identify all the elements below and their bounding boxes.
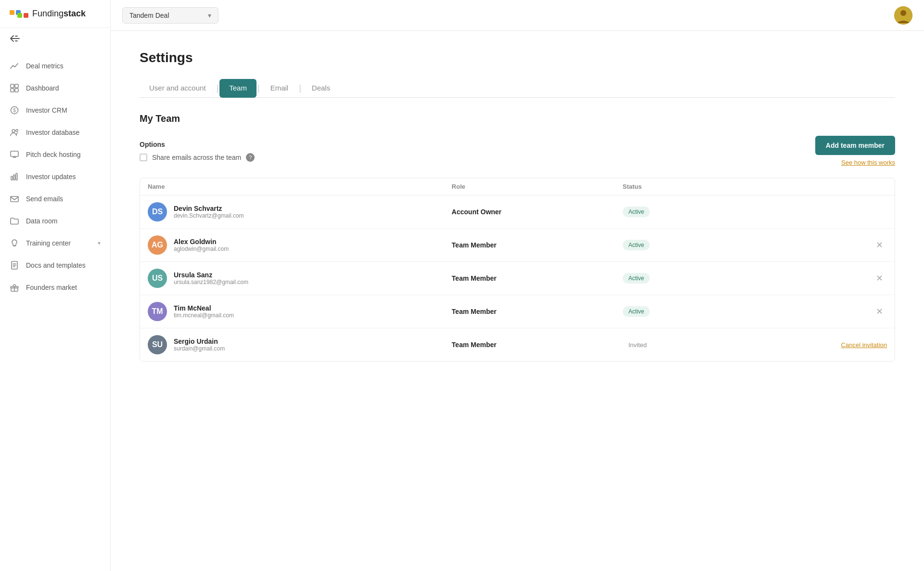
sidebar-item-docs-templates[interactable]: Docs and templates bbox=[0, 254, 110, 276]
sidebar-item-dashboard[interactable]: Dashboard bbox=[0, 77, 110, 99]
member-cell: TM Tim McNeal tim.mcneal@gmail.com bbox=[148, 302, 436, 321]
sidebar-item-founders-market[interactable]: Founders market bbox=[0, 276, 110, 298]
member-avatar: DS bbox=[148, 202, 167, 221]
member-name: Sergio Urdain bbox=[174, 337, 225, 345]
status-badge: Active bbox=[623, 273, 650, 284]
member-cell: AG Alex Goldwin aglodwin@gmail.com bbox=[148, 235, 436, 255]
member-info: Devin Schvartz devin.Schvartz@gmail.com bbox=[174, 205, 244, 219]
tab-team[interactable]: Team bbox=[219, 79, 257, 98]
sidebar-item-founders-market-label: Founders market bbox=[26, 284, 101, 291]
tab-user-account[interactable]: User and account bbox=[140, 79, 216, 98]
remove-member-button[interactable]: ✕ bbox=[872, 238, 887, 252]
logo: Fundingstack bbox=[0, 0, 110, 28]
member-email: tim.mcneal@gmail.com bbox=[174, 312, 234, 319]
svg-rect-10 bbox=[13, 175, 15, 180]
member-action bbox=[734, 195, 895, 229]
member-role: Account Owner bbox=[444, 195, 615, 229]
sidebar-item-investor-database-label: Investor database bbox=[26, 129, 101, 136]
table-row: SU Sergio Urdain surdain@gmail.com Team … bbox=[140, 328, 895, 362]
svg-rect-3 bbox=[15, 89, 18, 92]
member-email: devin.Schvartz@gmail.com bbox=[174, 212, 244, 219]
chart-line-icon bbox=[10, 61, 19, 71]
chevron-down-icon: ▾ bbox=[208, 12, 211, 19]
options-left: Options Share emails across the team ? bbox=[140, 141, 255, 162]
member-info: Sergio Urdain surdain@gmail.com bbox=[174, 337, 225, 352]
svg-point-17 bbox=[900, 10, 906, 16]
member-email: aglodwin@gmail.com bbox=[174, 246, 229, 252]
folder-icon bbox=[10, 216, 19, 226]
table-row: TM Tim McNeal tim.mcneal@gmail.com Team … bbox=[140, 295, 895, 328]
svg-point-7 bbox=[16, 130, 18, 131]
remove-member-button[interactable]: ✕ bbox=[872, 271, 887, 286]
member-status: Active bbox=[615, 195, 734, 229]
member-action: ✕ bbox=[734, 262, 895, 295]
sidebar-item-deal-metrics[interactable]: Deal metrics bbox=[0, 55, 110, 77]
help-icon[interactable]: ? bbox=[246, 153, 255, 162]
settings-tabs: User and account | Team | Email | Deals bbox=[140, 79, 895, 98]
member-status: Invited bbox=[615, 328, 734, 362]
svg-rect-11 bbox=[16, 173, 17, 180]
member-avatar: AG bbox=[148, 235, 167, 255]
people-icon bbox=[10, 128, 19, 137]
sidebar-item-send-emails[interactable]: Send emails bbox=[0, 188, 110, 210]
sidebar-item-pitch-deck-hosting[interactable]: Pitch deck hosting bbox=[0, 143, 110, 166]
sidebar-item-investor-database[interactable]: Investor database bbox=[0, 121, 110, 143]
section-title-my-team: My Team bbox=[140, 113, 895, 124]
share-emails-checkbox[interactable] bbox=[140, 154, 147, 161]
page-content: Settings User and account | Team | Email… bbox=[111, 31, 924, 571]
member-email: ursula.sanz1982@gmail.com bbox=[174, 279, 248, 286]
svg-rect-1 bbox=[15, 84, 18, 88]
remove-member-button[interactable]: ✕ bbox=[872, 304, 887, 319]
member-cell: SU Sergio Urdain surdain@gmail.com bbox=[148, 335, 436, 354]
member-name: Alex Goldwin bbox=[174, 238, 229, 246]
status-badge: Active bbox=[623, 240, 650, 250]
team-table: Name Role Status DS Devin Schvartz devin… bbox=[140, 178, 895, 361]
dashboard-icon bbox=[10, 83, 19, 93]
sidebar-item-investor-updates[interactable]: Investor updates bbox=[0, 166, 110, 188]
logo-text-funding: Funding bbox=[32, 9, 64, 18]
member-name: Tim McNeal bbox=[174, 304, 234, 312]
logo-icon bbox=[10, 10, 28, 18]
display-icon bbox=[10, 150, 19, 159]
sidebar-item-data-room[interactable]: Data room bbox=[0, 210, 110, 232]
lightbulb-icon bbox=[10, 238, 19, 248]
deal-selector[interactable]: Tandem Deal ▾ bbox=[122, 7, 218, 24]
see-how-link[interactable]: See how this works bbox=[841, 159, 895, 166]
tab-divider-1: | bbox=[216, 83, 220, 93]
sidebar-item-training-center[interactable]: Training center ▾ bbox=[0, 232, 110, 254]
sidebar-item-docs-templates-label: Docs and templates bbox=[26, 261, 101, 269]
col-header-name: Name bbox=[140, 178, 444, 195]
options-label: Options bbox=[140, 141, 255, 148]
status-badge: Active bbox=[623, 306, 650, 317]
sidebar-item-data-room-label: Data room bbox=[26, 217, 101, 225]
sidebar-item-investor-crm[interactable]: $ Investor CRM bbox=[0, 99, 110, 121]
svg-rect-12 bbox=[11, 196, 18, 202]
add-team-member-button[interactable]: Add team member bbox=[815, 136, 895, 155]
svg-text:$: $ bbox=[13, 108, 16, 113]
member-name: Ursula Sanz bbox=[174, 271, 248, 279]
sidebar-item-investor-crm-label: Investor CRM bbox=[26, 106, 101, 114]
sidebar-item-send-emails-label: Send emails bbox=[26, 195, 101, 203]
member-info: Tim McNeal tim.mcneal@gmail.com bbox=[174, 304, 234, 319]
gift-icon bbox=[10, 283, 19, 292]
status-badge: Invited bbox=[623, 339, 653, 350]
member-action: ✕ bbox=[734, 229, 895, 262]
tab-email[interactable]: Email bbox=[261, 79, 298, 98]
user-avatar[interactable] bbox=[894, 6, 912, 25]
svg-rect-9 bbox=[11, 176, 13, 180]
svg-rect-0 bbox=[11, 84, 14, 88]
col-header-status: Status bbox=[615, 178, 734, 195]
member-email: surdain@gmail.com bbox=[174, 345, 225, 352]
tab-divider-2: | bbox=[257, 83, 261, 93]
tab-deals[interactable]: Deals bbox=[302, 79, 340, 98]
tab-divider-3: | bbox=[298, 83, 302, 93]
cancel-invitation-link[interactable]: Cancel invitation bbox=[841, 341, 887, 349]
sidebar-item-dashboard-label: Dashboard bbox=[26, 84, 101, 92]
member-avatar: SU bbox=[148, 335, 167, 354]
member-avatar: US bbox=[148, 269, 167, 288]
logo-text-stack: stack bbox=[64, 9, 86, 18]
training-center-chevron-icon: ▾ bbox=[98, 240, 101, 247]
sidebar-back-button[interactable] bbox=[0, 28, 110, 51]
document-icon bbox=[10, 260, 19, 270]
options-right: Add team member See how this works bbox=[815, 136, 895, 166]
